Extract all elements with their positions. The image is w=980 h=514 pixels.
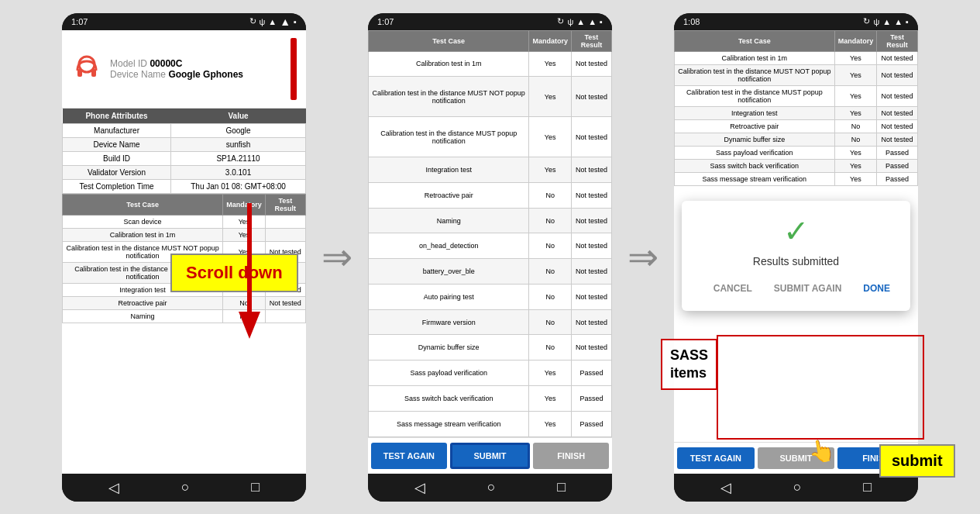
recents-btn-2[interactable]: □ [557, 479, 566, 495]
battery-icon-2: ▪ [600, 17, 603, 26]
time-1: 1:07 [71, 17, 88, 26]
table-row: Calibration test in 1m Yes Not tested [369, 51, 612, 77]
model-value: 00000C [150, 58, 182, 69]
phone-2-content: Test Case Mandatory Test Result Calibrat… [368, 30, 612, 437]
table-row: Retroactive pair No Not tested [369, 182, 612, 208]
mand-header-3: Mandatory [834, 30, 877, 51]
svg-marker-4 [239, 312, 260, 339]
headphone-icon [71, 52, 102, 86]
home-btn-1[interactable]: ○ [181, 479, 190, 495]
status-bar-3: 1:08 ↻ ψ ▲ ▲ ▪ [674, 13, 918, 30]
table-row: Naming No [63, 309, 306, 323]
home-btn-2[interactable]: ○ [487, 479, 496, 495]
battery-icon: ▪ [294, 17, 297, 26]
table-row: Calibration test in 1m Yes Not tested [675, 51, 918, 64]
device-header: Model ID 00000C Device Name Google Gphon… [62, 30, 306, 109]
attr-table: Phone Attributes Value Manufacturer Goog… [62, 109, 306, 194]
arrow-1-container: ⇒ [306, 239, 368, 276]
done-dialog-btn[interactable]: DONE [855, 278, 898, 298]
back-btn-2[interactable]: ◁ [414, 479, 425, 496]
result-text: Results submitted [753, 255, 839, 267]
table-row: Auto pairing test No Not tested [369, 284, 612, 309]
back-btn-1[interactable]: ◁ [108, 479, 119, 496]
table-row: Integration test Yes Not tested [369, 157, 612, 183]
sass-row-1: Sass payload verification Yes Passed [369, 360, 612, 386]
result-header-2: Test Result [571, 30, 611, 51]
phone-3: 1:08 ↻ ψ ▲ ▲ ▪ Test Case Mandatory Test … [674, 13, 918, 502]
recents-btn-3[interactable]: □ [863, 479, 872, 495]
table-row: Test Completion Time Thu Jan 01 08: GMT+… [63, 179, 306, 193]
nav-bar-2: ◁ ○ □ [368, 474, 612, 502]
result-dialog: ✓ Results submitted CANCEL SUBMIT AGAIN … [682, 201, 910, 311]
table-row: Scan device Yes [63, 215, 306, 228]
status-icons-1: ↻ ψ ▲ ▲ ▪ [249, 16, 297, 28]
wifi-icon-3: ▲ [894, 17, 903, 26]
finish-btn-2[interactable]: FINISH [533, 443, 609, 469]
table-row: Naming No Not tested [369, 208, 612, 233]
test-table-2: Test Case Mandatory Test Result Calibrat… [368, 30, 612, 437]
arrow-2: ⇒ [628, 239, 658, 276]
time-3: 1:08 [683, 17, 700, 26]
table-row: Validator Version 3.0.101 [63, 165, 306, 179]
table-row: Calibration test in the distance MUST po… [675, 85, 918, 106]
submit-again-dialog-btn[interactable]: SUBMIT AGAIN [766, 278, 850, 298]
phone-1-content: Model ID 00000C Device Name Google Gphon… [62, 30, 306, 474]
back-btn-3[interactable]: ◁ [720, 479, 731, 496]
test-case-header: Test Case [63, 194, 223, 215]
table-row: Dynamic buffer size No Not tested [675, 133, 918, 146]
sass-row-p3-1: Sass payload verification Yes Passed [675, 146, 918, 159]
home-btn-3[interactable]: ○ [793, 479, 802, 495]
cursor-hand-icon: 👆 [806, 436, 837, 466]
status-bar-2: 1:07 ↻ ψ ▲ ▲ ▪ [368, 13, 612, 30]
recents-btn-1[interactable]: □ [251, 479, 260, 495]
status-icons-3: ↻ ψ ▲ ▲ ▪ [863, 16, 909, 26]
btn-row-2: TEST AGAIN SUBMIT FINISH [368, 437, 612, 474]
table-row: Calibration test in the distance MUST NO… [675, 64, 918, 85]
scroll-down-label: Scroll down [170, 254, 298, 292]
table-row: Manufacturer Google [63, 123, 306, 137]
sass-row-2: Sass switch back verification Yes Passed [369, 385, 612, 411]
table-row: Retroactive pair No Not tested [675, 119, 918, 133]
table-row: Calibration test in 1m Yes [63, 228, 306, 241]
sass-row-p3-2: Sass switch back verification Yes Passed [675, 159, 918, 172]
device-value: Google Gphones [168, 69, 243, 80]
scroll-indicator [291, 38, 297, 100]
value-col-header: Value [171, 109, 306, 124]
table-row: Device Name sunfish [63, 137, 306, 151]
nav-bar-1: ◁ ○ □ [62, 474, 306, 502]
cancel-dialog-btn[interactable]: CANCEL [706, 278, 760, 298]
table-row: Build ID SP1A.21110 [63, 151, 306, 165]
mand-header-2: Mandatory [529, 30, 572, 51]
sass-row-3: Sass message stream verification Yes Pas… [369, 411, 612, 436]
attr-col-header: Phone Attributes [63, 109, 171, 124]
wifi-icon-2: ▲ [588, 17, 597, 26]
phone-2: 1:07 ↻ ψ ▲ ▲ ▪ Test Case Mandatory Test … [368, 13, 612, 502]
result-header-3: Test Result [877, 30, 918, 51]
test-table-3: Test Case Mandatory Test Result Calibrat… [674, 30, 918, 186]
sass-items-label: SASS items [661, 339, 717, 391]
status-icons-2: ↻ ψ ▲ ▲ ▪ [557, 16, 603, 26]
dialog-buttons: CANCEL SUBMIT AGAIN DONE [694, 278, 898, 298]
submit-annotation: submit [879, 444, 955, 478]
model-label: Model ID [110, 58, 147, 69]
table-row: Retroactive pair No Not tested [63, 296, 306, 309]
device-label: Device Name [110, 69, 166, 80]
table-row: Integration test Yes Not tested [675, 106, 918, 119]
tc-header-3: Test Case [675, 30, 835, 51]
table-row: Calibration test in the distance MUST po… [369, 117, 612, 157]
submit-btn-2[interactable]: SUBMIT [450, 443, 531, 469]
red-down-arrow [239, 203, 260, 343]
battery-icon-3: ▪ [906, 17, 909, 26]
arrow-2-container: ⇒ [612, 239, 674, 276]
check-icon: ✓ [783, 213, 810, 249]
device-info: Model ID 00000C Device Name Google Gphon… [110, 58, 243, 80]
table-row: Firmware version No Not tested [369, 309, 612, 335]
test-again-btn-3[interactable]: TEST AGAIN [677, 447, 755, 469]
table-row: on_head_detection No Not tested [369, 233, 612, 259]
test-again-btn-2[interactable]: TEST AGAIN [371, 443, 447, 469]
arrow-1: ⇒ [322, 239, 352, 276]
status-bar-1: 1:07 ↻ ψ ▲ ▲ ▪ [62, 13, 306, 30]
result-header: Test Result [265, 194, 305, 215]
table-row: Dynamic buffer size No Not tested [369, 335, 612, 360]
table-row: Calibration test in the distance MUST NO… [369, 77, 612, 117]
